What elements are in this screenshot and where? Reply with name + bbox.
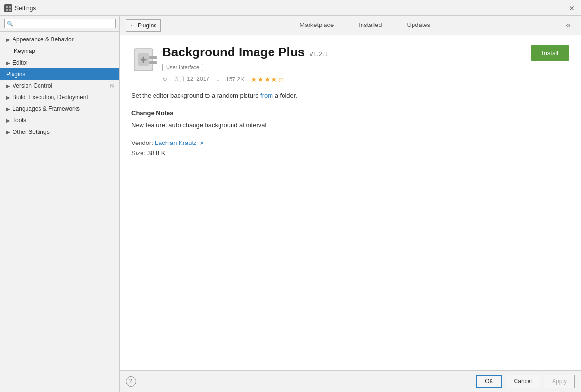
vendor-row: Vendor: Lachlan Krautz ↗ <box>131 139 569 146</box>
top-bar: ← Plugins Marketplace Installed Updates … <box>120 16 581 35</box>
close-button[interactable]: ✕ <box>567 3 577 13</box>
change-notes-text: New feature: auto change background at i… <box>131 120 569 130</box>
plugin-name: Background Image Plus <box>162 45 305 60</box>
vendor-label: Vendor: <box>131 139 153 146</box>
apply-button[interactable]: Apply <box>544 375 575 388</box>
expand-arrow: ▶ <box>6 130 10 135</box>
search-icon: 🔍 <box>7 21 13 27</box>
sidebar-item-plugins[interactable]: Plugins <box>0 68 119 80</box>
size-value: 38.8 K <box>147 149 166 157</box>
plugin-downloads: 157.2K <box>226 76 244 83</box>
change-notes-heading: Change Notes <box>131 109 569 117</box>
content-area: ← Plugins Marketplace Installed Updates … <box>120 16 581 392</box>
gear-button[interactable]: ⚙ <box>561 19 575 32</box>
sidebar-item-label: Build, Execution, Deployment <box>13 94 88 101</box>
tab-installed[interactable]: Installed <box>351 17 389 33</box>
expand-arrow: ▶ <box>6 37 10 42</box>
search-bar: 🔍 <box>0 16 119 32</box>
main-content: 🔍 ▶ Appearance & Behavior Keymap ▶ Edito… <box>0 16 581 392</box>
tab-group: Marketplace Installed Updates <box>168 17 561 33</box>
search-input[interactable] <box>15 20 113 27</box>
expand-arrow: ▶ <box>6 95 10 100</box>
sidebar-item-label: Keymap <box>14 48 35 54</box>
sidebar-item-label: Editor <box>13 59 27 66</box>
plugin-tag[interactable]: User Interface <box>162 64 203 71</box>
search-wrapper: 🔍 <box>4 19 116 28</box>
sidebar-item-appearance[interactable]: ▶ Appearance & Behavior <box>0 34 119 45</box>
sidebar-item-other-settings[interactable]: ▶ Other Settings <box>0 126 119 138</box>
bottom-bar: ? OK Cancel Apply <box>120 370 581 392</box>
app-icon <box>4 4 12 12</box>
svg-rect-6 <box>149 56 157 59</box>
sidebar-nav: ▶ Appearance & Behavior Keymap ▶ Editor … <box>0 32 119 392</box>
title-bar: Settings ✕ <box>0 0 581 16</box>
install-button[interactable]: Install <box>531 45 569 61</box>
plugin-header: Background Image Plus v1.2.1 User Interf… <box>131 45 569 83</box>
help-button[interactable]: ? <box>126 376 136 387</box>
sidebar-item-label: Tools <box>13 117 26 124</box>
plugin-stars: ★★★★☆ <box>251 76 284 83</box>
plugin-meta: ↻ 五月 12, 2017 ↓ 157.2K ★★★★☆ <box>162 75 531 83</box>
tab-updates[interactable]: Updates <box>400 17 438 33</box>
svg-rect-2 <box>6 9 8 11</box>
sidebar-item-label: Version Control <box>13 82 52 89</box>
sidebar: 🔍 ▶ Appearance & Behavior Keymap ▶ Edito… <box>0 16 120 392</box>
size-label: Size: <box>131 149 145 157</box>
settings-window: Settings ✕ 🔍 ▶ Appearance & Behavior Key… <box>0 0 581 392</box>
size-row: Size: 38.8 K <box>131 149 569 157</box>
sidebar-item-build[interactable]: ▶ Build, Execution, Deployment <box>0 91 119 103</box>
sidebar-item-label: Languages & Frameworks <box>13 105 80 112</box>
sidebar-item-label: Plugins <box>6 71 25 78</box>
ok-button[interactable]: OK <box>476 375 502 388</box>
plugin-icon <box>131 45 162 76</box>
sidebar-item-keymap[interactable]: Keymap <box>0 45 119 57</box>
refresh-icon: ↻ <box>162 76 167 83</box>
back-arrow-icon: ← <box>130 22 136 29</box>
window-title: Settings <box>15 5 567 12</box>
vendor-link[interactable]: Lachlan Krautz ↗ <box>155 139 203 146</box>
plugin-date: 五月 12, 2017 <box>174 75 209 83</box>
plugin-detail: Background Image Plus v1.2.1 User Interf… <box>120 35 581 370</box>
svg-rect-0 <box>6 6 8 8</box>
sidebar-item-version-control[interactable]: ▶ Version Control ⎘ <box>0 80 119 91</box>
sidebar-item-editor[interactable]: ▶ Editor <box>0 57 119 68</box>
plugin-tag-wrapper: User Interface <box>162 60 531 71</box>
copy-icon: ⎘ <box>110 83 114 89</box>
plugin-info: Background Image Plus v1.2.1 User Interf… <box>162 45 531 83</box>
plugin-title-row: Background Image Plus v1.2.1 <box>162 45 531 60</box>
svg-rect-7 <box>149 61 157 64</box>
sidebar-item-languages[interactable]: ▶ Languages & Frameworks <box>0 103 119 115</box>
svg-rect-3 <box>9 9 11 11</box>
svg-rect-1 <box>9 6 11 8</box>
sidebar-item-tools[interactable]: ▶ Tools <box>0 115 119 126</box>
downloads-icon: ↓ <box>216 76 219 83</box>
tab-marketplace[interactable]: Marketplace <box>292 17 341 33</box>
external-link-icon: ↗ <box>199 141 203 146</box>
sidebar-item-label: Other Settings <box>13 129 50 135</box>
expand-arrow: ▶ <box>6 106 10 112</box>
back-to-plugins-button[interactable]: ← Plugins <box>126 19 161 32</box>
description-highlight: from <box>260 92 273 99</box>
expand-arrow: ▶ <box>6 83 10 89</box>
expand-arrow: ▶ <box>6 60 10 65</box>
back-button-label: Plugins <box>138 22 156 29</box>
sidebar-item-label: Appearance & Behavior <box>13 36 74 43</box>
expand-arrow: ▶ <box>6 118 10 123</box>
cancel-button[interactable]: Cancel <box>506 375 540 388</box>
plugin-description: Set the editor background to a random pi… <box>131 91 569 101</box>
plugin-version: v1.2.1 <box>310 50 328 58</box>
